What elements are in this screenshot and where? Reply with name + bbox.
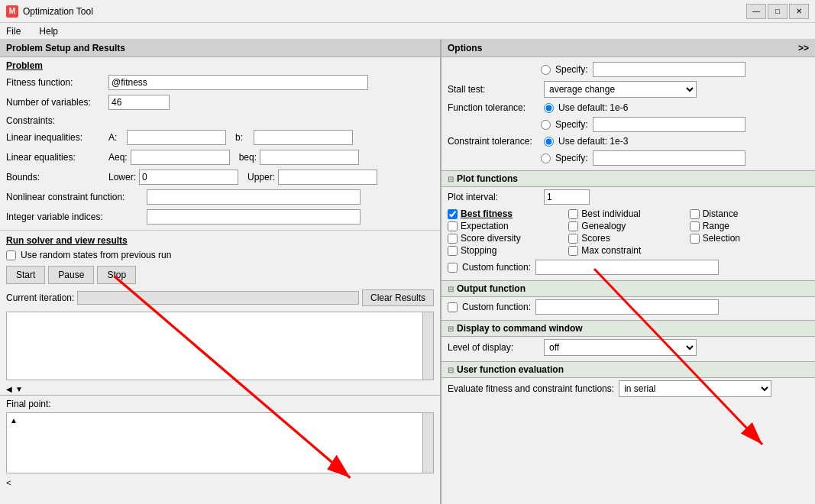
aeq-input[interactable] bbox=[131, 150, 230, 165]
final-point-area[interactable]: ▲ bbox=[6, 412, 434, 473]
pause-button[interactable]: Pause bbox=[48, 266, 94, 284]
beq-label: beq: bbox=[239, 152, 257, 163]
current-iter-label: Current iteration: bbox=[6, 292, 74, 303]
integer-input[interactable] bbox=[147, 209, 361, 225]
linear-eq-label: Linear equalities: bbox=[6, 152, 105, 163]
best-fitness-item: Best fitness bbox=[448, 208, 567, 219]
range-label: Range bbox=[703, 221, 729, 231]
max-constraint-checkbox[interactable] bbox=[568, 246, 578, 256]
nonlinear-input[interactable] bbox=[147, 189, 361, 205]
distance-item: Distance bbox=[690, 208, 809, 219]
output-function-label: Output function bbox=[457, 283, 526, 294]
display-collapse-icon[interactable]: ⊟ bbox=[448, 325, 454, 333]
range-checkbox[interactable] bbox=[690, 221, 700, 231]
a-input[interactable] bbox=[127, 130, 226, 145]
lower-input[interactable] bbox=[139, 170, 238, 185]
expectation-checkbox[interactable] bbox=[448, 221, 458, 231]
constraint-tol-specify-input[interactable] bbox=[593, 150, 745, 166]
scores-item: Scores bbox=[568, 233, 687, 244]
results-scrollbar[interactable] bbox=[422, 312, 433, 380]
best-individual-checkbox[interactable] bbox=[568, 209, 578, 219]
eval-fitness-select[interactable]: in serial in parallel bbox=[619, 380, 771, 397]
func-tol-default-radio[interactable] bbox=[544, 103, 554, 113]
plot-custom-func-row: Custom function: bbox=[441, 257, 815, 277]
best-individual-item: Best individual bbox=[568, 208, 687, 219]
plot-custom-checkbox[interactable] bbox=[448, 263, 458, 273]
specify-radio-row-1: Specify: bbox=[441, 60, 815, 79]
specify-input-1[interactable] bbox=[593, 62, 745, 77]
user-func-collapse-icon[interactable]: ⊟ bbox=[448, 366, 454, 374]
plot-custom-input[interactable] bbox=[535, 260, 719, 275]
random-states-checkbox[interactable] bbox=[6, 250, 16, 260]
distance-checkbox[interactable] bbox=[690, 209, 700, 219]
app-icon: M bbox=[6, 5, 18, 18]
start-button[interactable]: Start bbox=[6, 266, 45, 284]
best-fitness-checkbox[interactable] bbox=[448, 209, 458, 219]
output-collapse-icon[interactable]: ⊟ bbox=[448, 285, 454, 293]
upper-input[interactable] bbox=[278, 170, 377, 185]
main-container: Problem Setup and Results Problem Fitnes… bbox=[0, 40, 815, 504]
level-display-label: Level of display: bbox=[448, 342, 539, 353]
func-tolerance-row: Function tolerance: Use default: 1e-6 bbox=[441, 100, 815, 115]
best-individual-label: Best individual bbox=[581, 208, 640, 219]
scores-checkbox[interactable] bbox=[568, 234, 578, 244]
options-label: Options bbox=[448, 43, 482, 53]
left-panel: Problem Setup and Results Problem Fitnes… bbox=[0, 40, 441, 504]
genealogy-label: Genealogy bbox=[581, 221, 626, 231]
results-area[interactable] bbox=[6, 312, 434, 380]
best-fitness-label: Best fitness bbox=[461, 208, 513, 219]
down-triangle-icon: ▼ bbox=[15, 385, 23, 393]
genealogy-checkbox[interactable] bbox=[568, 221, 578, 231]
plot-functions-label: Plot functions bbox=[457, 173, 518, 184]
options-expand[interactable]: >> bbox=[798, 43, 809, 53]
maximize-button[interactable]: □ bbox=[768, 4, 788, 19]
integer-label: Integer variable indices: bbox=[6, 212, 144, 222]
menu-file[interactable]: File bbox=[3, 24, 24, 38]
level-display-select[interactable]: off iterative final diagnose bbox=[544, 339, 697, 356]
constraint-tol-default-radio[interactable] bbox=[544, 137, 554, 147]
num-vars-input[interactable] bbox=[108, 95, 170, 110]
stall-test-label: Stall test: bbox=[448, 84, 539, 95]
solver-section-label: Run solver and view results bbox=[6, 235, 128, 246]
output-custom-input[interactable] bbox=[535, 299, 719, 315]
selection-item: Selection bbox=[690, 233, 809, 244]
plot-checkboxes-grid: Best fitness Best individual Distance Ex… bbox=[441, 207, 815, 257]
genealogy-item: Genealogy bbox=[568, 221, 687, 231]
random-states-row: Use random states from previous run bbox=[0, 247, 440, 263]
final-point-scrollbar[interactable] bbox=[422, 413, 433, 473]
clear-results-button[interactable]: Clear Results bbox=[362, 289, 434, 306]
stopping-checkbox[interactable] bbox=[448, 246, 458, 256]
constraint-tol-row: Constraint tolerance: Use default: 1e-3 bbox=[441, 134, 815, 149]
fitness-input[interactable] bbox=[108, 75, 368, 90]
close-button[interactable]: ✕ bbox=[789, 4, 809, 19]
minimize-button[interactable]: — bbox=[746, 4, 766, 19]
func-tol-specify-input[interactable] bbox=[593, 117, 745, 132]
plot-collapse-icon[interactable]: ⊟ bbox=[448, 175, 454, 183]
specify-radio-1[interactable] bbox=[541, 65, 551, 75]
constraint-tol-specify-radio[interactable] bbox=[541, 153, 551, 163]
constraint-tol-default-label: Use default: 1e-3 bbox=[558, 136, 628, 147]
output-custom-checkbox[interactable] bbox=[448, 302, 458, 312]
score-diversity-item: Score diversity bbox=[448, 233, 567, 244]
menu-help[interactable]: Help bbox=[36, 24, 61, 38]
a-label: A: bbox=[108, 132, 124, 143]
plot-custom-label: Custom function: bbox=[462, 262, 531, 273]
distance-label: Distance bbox=[703, 208, 739, 219]
user-function-section: ⊟ User function evaluation bbox=[441, 361, 815, 378]
constraint-tol-label: Constraint tolerance: bbox=[448, 136, 539, 147]
aeq-label: Aeq: bbox=[108, 152, 128, 163]
range-item: Range bbox=[690, 221, 809, 231]
score-diversity-checkbox[interactable] bbox=[448, 234, 458, 244]
beq-input[interactable] bbox=[260, 150, 359, 165]
b-input[interactable] bbox=[254, 130, 353, 145]
selection-checkbox[interactable] bbox=[690, 234, 700, 244]
selection-label: Selection bbox=[703, 233, 740, 244]
plot-interval-input[interactable] bbox=[544, 189, 590, 205]
upper-label: Upper: bbox=[247, 172, 275, 183]
stop-button[interactable]: Stop bbox=[97, 266, 136, 284]
stall-test-select[interactable]: average change geometric mean change bbox=[544, 81, 697, 98]
func-tol-specify-radio[interactable] bbox=[541, 120, 551, 130]
window-controls: — □ ✕ bbox=[746, 4, 809, 19]
func-tol-default-label: Use default: 1e-6 bbox=[558, 102, 628, 113]
output-custom-func-row: Custom function: bbox=[441, 297, 815, 317]
